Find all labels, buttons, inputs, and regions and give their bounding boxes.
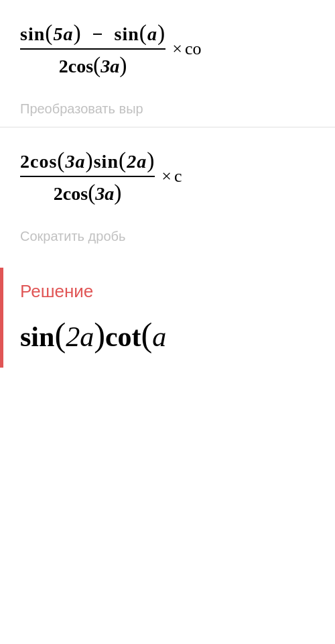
hint-text-2: Сократить дробь: [0, 219, 335, 254]
multiply-sign-middle: ×: [161, 166, 172, 186]
solution-expression: sin(2a)cot(a: [20, 315, 322, 354]
solution-label: Решение: [20, 281, 322, 302]
section-middle: 2cos(3a)sin(2a) 2cos(3a) × c: [0, 127, 335, 219]
fraction-middle: 2cos(3a)sin(2a) 2cos(3a): [20, 148, 155, 205]
fraction-middle-numerator: 2cos(3a)sin(2a): [20, 148, 155, 176]
hint-text-1: Преобразовать выр: [0, 91, 335, 127]
fraction-top: sin(5a) − sin(a) 2cos(3a): [20, 20, 165, 78]
page-container: sin(5a) − sin(a) 2cos(3a) × co Преобразо…: [0, 0, 335, 644]
c-suffix-middle: c: [174, 166, 182, 186]
section-top: sin(5a) − sin(a) 2cos(3a) × co: [0, 0, 335, 91]
co-suffix-top: co: [185, 39, 202, 59]
fraction-top-numerator: sin(5a) − sin(a): [20, 20, 165, 48]
fraction-top-denominator: 2cos(3a): [59, 50, 127, 78]
section-solution: Решение sin(2a)cot(a: [0, 268, 335, 368]
multiply-sign-top: ×: [172, 39, 182, 59]
fraction-middle-denominator: 2cos(3a): [54, 177, 122, 205]
